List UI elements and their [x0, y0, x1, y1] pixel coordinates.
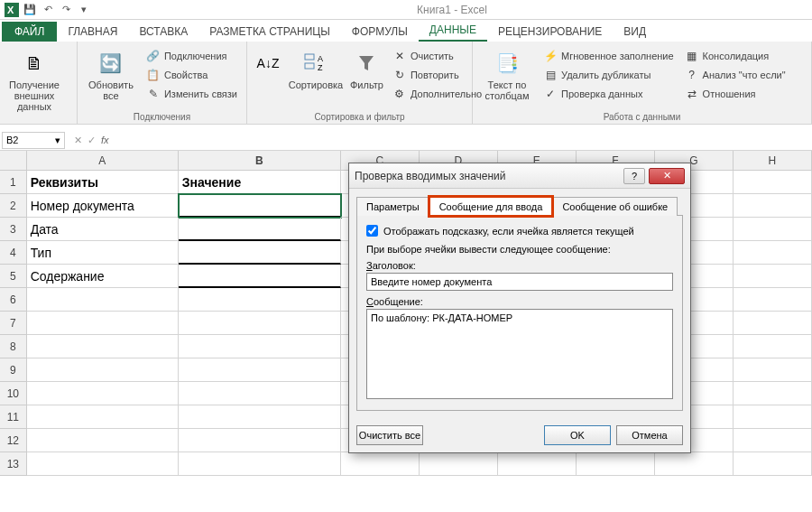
col-header-b[interactable]: B — [179, 151, 341, 171]
row-header-8[interactable]: 8 — [0, 335, 27, 358]
undo-icon[interactable]: ↶ — [40, 2, 56, 18]
row-header-1[interactable]: 1 — [0, 171, 27, 194]
dialog-tab-input-msg[interactable]: Сообщение для ввода — [429, 197, 553, 216]
dialog-close-button[interactable]: ✕ — [649, 168, 685, 184]
row-header-9[interactable]: 9 — [0, 358, 27, 382]
cell[interactable] — [179, 429, 341, 452]
get-external-data-button[interactable]: 🗎 Получение внешних данных — [5, 47, 63, 114]
cancel-button[interactable]: Отмена — [616, 425, 683, 445]
select-all-corner[interactable] — [0, 151, 27, 171]
cell[interactable] — [27, 429, 179, 452]
header-input[interactable] — [366, 273, 673, 291]
refresh-all-button[interactable]: 🔄 Обновить все — [83, 47, 139, 103]
cell-b3[interactable] — [179, 218, 341, 241]
cell-b1[interactable]: Значение — [179, 171, 341, 194]
enter-formula-icon[interactable]: ✓ — [88, 135, 96, 146]
ok-button[interactable]: OK — [544, 425, 611, 445]
cell[interactable] — [734, 265, 812, 288]
flash-fill-button[interactable]: ⚡Мгновенное заполнение — [540, 47, 678, 65]
consolidate-button[interactable]: ▦Консолидация — [681, 47, 789, 65]
row-header-2[interactable]: 2 — [0, 194, 27, 218]
cell[interactable] — [734, 241, 812, 265]
row-header-6[interactable]: 6 — [0, 288, 27, 312]
properties-button[interactable]: 📋Свойства — [143, 66, 241, 84]
reapply-button[interactable]: ↻Повторить — [389, 66, 485, 84]
relationships-button[interactable]: ⇄Отношения — [681, 85, 789, 103]
tab-home[interactable]: ГЛАВНАЯ — [57, 22, 128, 42]
tab-pagelayout[interactable]: РАЗМЕТКА СТРАНИЦЫ — [198, 22, 341, 42]
name-box[interactable]: B2▾ — [2, 132, 65, 149]
cell[interactable] — [734, 288, 812, 312]
data-validation-button[interactable]: ✓Проверка данных — [540, 85, 678, 103]
row-header-11[interactable]: 11 — [0, 405, 27, 429]
row-header-13[interactable]: 13 — [0, 452, 27, 476]
cell-a2[interactable]: Номер документа — [27, 194, 179, 218]
show-hint-checkbox[interactable]: Отображать подсказку, если ячейка являет… — [366, 225, 673, 237]
col-header-h[interactable]: H — [734, 151, 812, 171]
cell[interactable] — [420, 452, 498, 476]
tab-data[interactable]: ДАННЫЕ — [419, 20, 487, 42]
row-header-4[interactable]: 4 — [0, 241, 27, 265]
cancel-formula-icon[interactable]: ✕ — [74, 135, 82, 146]
cell[interactable] — [179, 452, 341, 476]
dialog-help-button[interactable]: ? — [623, 168, 645, 184]
remove-duplicates-button[interactable]: ▤Удалить дубликаты — [540, 66, 678, 84]
row-header-5[interactable]: 5 — [0, 265, 27, 288]
clear-all-button[interactable]: Очистить все — [356, 425, 423, 445]
cell[interactable] — [498, 452, 577, 476]
cell[interactable] — [27, 382, 179, 405]
cell[interactable] — [27, 335, 179, 358]
cell[interactable] — [179, 358, 341, 382]
edit-links-button[interactable]: ✎Изменить связи — [143, 85, 241, 103]
cell[interactable] — [179, 382, 341, 405]
dialog-tab-params[interactable]: Параметры — [356, 197, 429, 216]
cell[interactable] — [179, 288, 341, 312]
dialog-title-bar[interactable]: Проверка вводимых значений ? ✕ — [349, 163, 690, 189]
cell-a3[interactable]: Дата — [27, 218, 179, 241]
cell[interactable] — [734, 312, 812, 335]
sort-asc-button[interactable]: A↓Z — [253, 47, 283, 79]
advanced-button[interactable]: ⚙Дополнительно — [389, 85, 485, 103]
tab-formulas[interactable]: ФОРМУЛЫ — [341, 22, 419, 42]
message-textarea[interactable] — [366, 309, 673, 399]
cell[interactable] — [734, 429, 812, 452]
row-header-10[interactable]: 10 — [0, 382, 27, 405]
row-header-3[interactable]: 3 — [0, 218, 27, 241]
cell[interactable] — [27, 405, 179, 429]
cell[interactable] — [734, 171, 812, 194]
cell[interactable] — [179, 405, 341, 429]
tab-insert[interactable]: ВСТАВКА — [128, 22, 198, 42]
tab-view[interactable]: ВИД — [613, 22, 657, 42]
cell-a4[interactable]: Тип — [27, 241, 179, 265]
redo-icon[interactable]: ↷ — [58, 2, 74, 18]
cell[interactable] — [734, 194, 812, 218]
row-header-12[interactable]: 12 — [0, 429, 27, 452]
cell[interactable] — [734, 358, 812, 382]
cell[interactable] — [734, 452, 812, 476]
cell[interactable] — [27, 452, 179, 476]
tab-file[interactable]: ФАЙЛ — [2, 22, 57, 42]
cell-a1[interactable]: Реквизиты — [27, 171, 179, 194]
cell-b2[interactable] — [179, 194, 341, 218]
cell-b5[interactable] — [179, 265, 341, 288]
cell[interactable] — [655, 452, 734, 476]
filter-button[interactable]: Фильтр — [348, 47, 385, 92]
col-header-a[interactable]: A — [27, 151, 179, 171]
cell-a5[interactable]: Содержание — [27, 265, 179, 288]
cell[interactable] — [734, 335, 812, 358]
cell[interactable] — [179, 335, 341, 358]
cell[interactable] — [577, 452, 655, 476]
fx-icon[interactable]: fx — [101, 135, 109, 146]
cell[interactable] — [27, 288, 179, 312]
save-icon[interactable]: 💾 — [22, 2, 38, 18]
show-hint-checkbox-input[interactable] — [366, 225, 378, 237]
cell[interactable] — [27, 358, 179, 382]
text-to-columns-button[interactable]: 📑 Текст по столбцам — [478, 47, 536, 103]
cell[interactable] — [734, 382, 812, 405]
sort-button[interactable]: AZ Сортировка — [287, 47, 345, 92]
connections-button[interactable]: 🔗Подключения — [143, 47, 241, 65]
qat-dropdown-icon[interactable]: ▾ — [76, 2, 92, 18]
tab-review[interactable]: РЕЦЕНЗИРОВАНИЕ — [487, 22, 613, 42]
cell[interactable] — [341, 452, 420, 476]
chevron-down-icon[interactable]: ▾ — [55, 135, 60, 146]
